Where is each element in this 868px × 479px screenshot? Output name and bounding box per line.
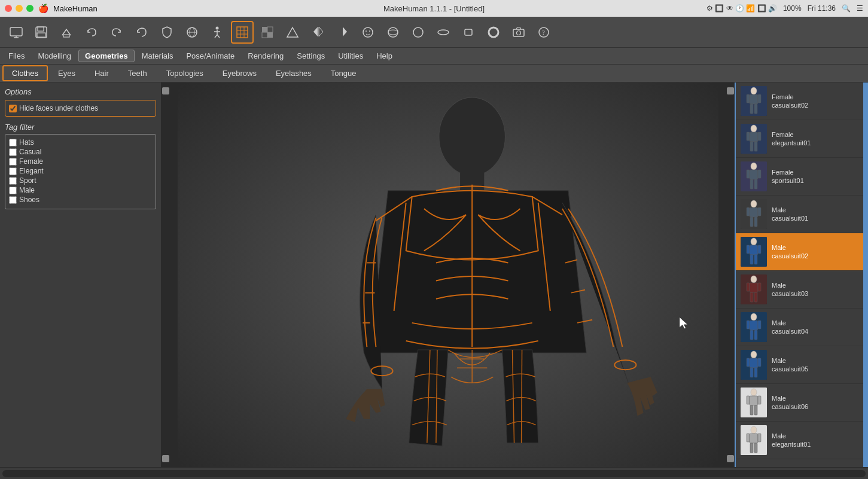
svg-point-26 xyxy=(366,30,367,32)
traffic-lights xyxy=(5,5,33,12)
toolbar-body-btn[interactable] xyxy=(457,21,480,44)
hide-faces-option[interactable]: Hide faces under clothes xyxy=(9,104,152,112)
tag-shoes[interactable]: Shoes xyxy=(9,196,152,204)
menu-help[interactable]: Help xyxy=(370,50,398,62)
clothing-item-female-casualsuit02[interactable]: Female casualsuit02 xyxy=(736,83,863,120)
horizontal-scrollbar[interactable] xyxy=(2,470,866,477)
svg-point-39 xyxy=(439,97,505,176)
toolbar-shield-btn[interactable] xyxy=(156,21,178,44)
toolbar-camera-btn[interactable] xyxy=(507,21,530,44)
clothing-name-male-casualsuit05: Male casualsuit05 xyxy=(772,356,808,374)
clothing-thumb-male-casualsuit04 xyxy=(741,312,767,342)
tag-female-checkbox[interactable] xyxy=(9,158,17,166)
menu-materials[interactable]: Materials xyxy=(136,50,179,62)
toolbar-sphere3-btn[interactable] xyxy=(432,21,455,44)
clothing-name-female-sportsuit01: Female sportsuit01 xyxy=(772,168,804,185)
tab-hair[interactable]: Hair xyxy=(86,66,118,81)
v-slider-top-handle[interactable] xyxy=(162,87,169,94)
svg-point-97 xyxy=(751,276,757,283)
search-icon[interactable]: 🔍 xyxy=(842,4,851,13)
tab-topologies[interactable]: Topologies xyxy=(157,66,212,81)
tag-hats[interactable]: Hats xyxy=(9,138,152,147)
tag-female[interactable]: Female xyxy=(9,157,152,166)
clothing-item-male-casualsuit06[interactable]: Male casualsuit06 xyxy=(736,384,863,422)
toolbar-face-btn[interactable] xyxy=(357,21,379,44)
toolbar-help-btn[interactable]: ? xyxy=(532,21,555,44)
tag-casual-checkbox[interactable] xyxy=(9,148,17,156)
menu-utilities[interactable]: Utilities xyxy=(332,50,369,62)
clothing-item-male-casualsuit02[interactable]: Male casualsuit02 xyxy=(736,233,863,271)
toolbar-refresh-btn[interactable] xyxy=(130,21,153,44)
hide-faces-checkbox[interactable] xyxy=(9,105,17,112)
clothing-item-female-elegantsuit01[interactable]: Female elegantsuit01 xyxy=(736,120,863,158)
apple-menu[interactable]: 🍎 xyxy=(38,4,48,13)
v-slider-right-top[interactable] xyxy=(727,87,734,94)
menu-rendering[interactable]: Rendering xyxy=(242,50,290,62)
clothing-item-male-casualsuit03[interactable]: Male casualsuit03 xyxy=(736,271,863,309)
svg-rect-64 xyxy=(747,94,750,103)
svg-rect-80 xyxy=(750,179,753,189)
tab-eyelashes[interactable]: Eyelashes xyxy=(267,66,321,81)
tag-sport-checkbox[interactable] xyxy=(9,177,17,185)
tag-elegant[interactable]: Elegant xyxy=(9,167,152,175)
toolbar-sphere-btn[interactable] xyxy=(382,21,404,44)
toolbar-checker-btn[interactable] xyxy=(256,21,279,44)
toolbar-redo-btn[interactable] xyxy=(105,21,128,44)
menu-bar: Files Modelling Geometries Materials Pos… xyxy=(0,48,868,65)
toolbar-sail-right-btn[interactable] xyxy=(331,21,354,44)
tab-tongue[interactable]: Tongue xyxy=(322,66,366,81)
clothing-item-male-casualsuit04[interactable]: Male casualsuit04 xyxy=(736,309,863,346)
toolbar-pyramid-btn[interactable] xyxy=(281,21,304,44)
toolbar-upload-btn[interactable] xyxy=(55,21,78,44)
toolbar-save-btn[interactable] xyxy=(30,21,53,44)
svg-rect-88 xyxy=(754,217,757,227)
tag-male[interactable]: Male xyxy=(9,186,152,194)
toolbar-sphere2-btn[interactable] xyxy=(407,21,430,44)
viewport-canvas xyxy=(170,83,726,467)
clothing-item-male-casualsuit01[interactable]: Male casualsuit01 xyxy=(736,196,863,233)
toolbar-undo-btn[interactable] xyxy=(80,21,103,44)
menu-pose-animate[interactable]: Pose/Animate xyxy=(180,50,240,62)
tag-hats-checkbox[interactable] xyxy=(9,139,17,147)
right-edge-bar xyxy=(863,83,868,467)
toolbar-figure-btn[interactable] xyxy=(206,21,229,44)
tag-sport[interactable]: Sport xyxy=(9,176,152,185)
toolbar-ring-btn[interactable] xyxy=(482,21,505,44)
toolbar-screen-btn[interactable] xyxy=(5,21,28,44)
v-slider-right-bottom[interactable] xyxy=(727,455,734,462)
tab-teeth[interactable]: Teeth xyxy=(119,66,156,81)
svg-rect-22 xyxy=(267,27,273,32)
close-button[interactable] xyxy=(5,5,12,12)
tab-eyes[interactable]: Eyes xyxy=(49,66,84,81)
menu-icon[interactable]: ☰ xyxy=(857,4,863,13)
menu-settings[interactable]: Settings xyxy=(291,50,331,62)
clothing-thumb-female-sportsuit01 xyxy=(741,161,767,191)
menu-geometries[interactable]: Geometries xyxy=(78,50,135,62)
tag-shoes-checkbox[interactable] xyxy=(9,196,17,204)
viewport[interactable] xyxy=(170,83,726,467)
minimize-button[interactable] xyxy=(16,5,23,12)
tag-elegant-checkbox[interactable] xyxy=(9,167,17,175)
svg-point-69 xyxy=(751,125,757,132)
toolbar-sail-left-btn[interactable] xyxy=(306,21,329,44)
tab-eyebrows[interactable]: Eyebrows xyxy=(214,66,266,81)
svg-rect-81 xyxy=(754,179,757,189)
clothing-item-female-sportsuit01[interactable]: Female sportsuit01 xyxy=(736,158,863,196)
tag-male-checkbox[interactable] xyxy=(9,187,17,194)
toolbar-globe-btn[interactable] xyxy=(181,21,203,44)
v-slider-bottom-handle[interactable] xyxy=(162,455,169,462)
v-slider-left[interactable] xyxy=(162,83,170,467)
svg-line-57 xyxy=(522,350,522,443)
clothing-item-male-elegantsuit01[interactable]: Male elegantsuit01 xyxy=(736,422,863,459)
menu-modelling[interactable]: Modelling xyxy=(32,50,77,62)
v-slider-right[interactable] xyxy=(726,83,735,467)
tag-casual[interactable]: Casual xyxy=(9,148,152,156)
maximize-button[interactable] xyxy=(26,5,33,12)
toolbar-grid-btn[interactable] xyxy=(231,21,254,44)
options-box: Hide faces under clothes xyxy=(5,100,156,117)
tab-clothes[interactable]: Clothes xyxy=(2,65,48,81)
app-name[interactable]: MakeHuman xyxy=(53,4,98,13)
clothing-item-male-casualsuit05[interactable]: Male casualsuit05 xyxy=(736,346,863,384)
sub-tab-bar: Clothes Eyes Hair Teeth Topologies Eyebr… xyxy=(0,65,868,83)
menu-files[interactable]: Files xyxy=(2,50,31,62)
